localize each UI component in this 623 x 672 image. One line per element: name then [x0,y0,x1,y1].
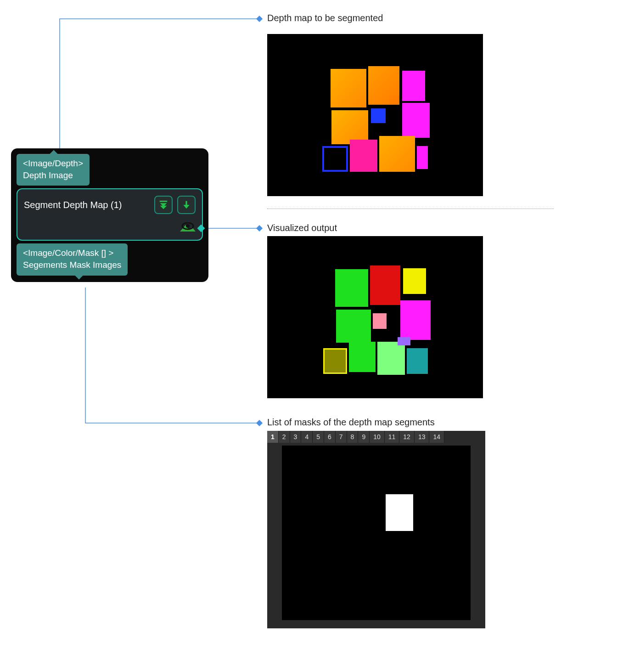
step-one-icon[interactable] [177,196,196,214]
mask-tab[interactable]: 9 [358,431,370,443]
svg-rect-1 [256,225,263,232]
mask-tab[interactable]: 2 [279,431,290,443]
visualize-connector [197,225,205,232]
mask-tab[interactable]: 11 [385,431,400,443]
mask-tab[interactable]: 4 [301,431,313,443]
svg-rect-2 [256,420,263,426]
svg-rect-0 [256,16,263,22]
input-port-name: Depth Image [23,169,83,181]
mask-tab[interactable]: 3 [290,431,302,443]
node-body: Segment Depth Map (1) [17,188,203,241]
visualize-icon[interactable] [180,222,196,234]
mask-tab[interactable]: 13 [415,431,430,443]
svg-point-6 [186,224,190,228]
input-port-type: <Image/Depth> [23,158,83,169]
mask-tab[interactable]: 1 [267,431,279,443]
mask-list-panel: 1234567891011121314 [267,431,485,628]
output-port-type: <Image/Color/Mask [] > [23,247,121,259]
mask-tab[interactable]: 5 [313,431,324,443]
diagram-canvas: Depth map to be segmented Visualized out… [0,0,623,672]
callout-vis-title: Visualized output [267,223,337,233]
svg-rect-3 [160,201,168,202]
mask-tab[interactable]: 6 [324,431,336,443]
node-title: Segment Depth Map (1) [24,200,150,210]
input-port[interactable]: <Image/Depth> Depth Image [17,154,90,186]
output-port-name: Segements Mask Images [23,259,121,271]
visualized-output-preview [267,236,483,398]
segment-depth-node[interactable]: <Image/Depth> Depth Image Segment Depth … [11,148,208,282]
mask-tab[interactable]: 8 [347,431,359,443]
mask-preview [282,446,471,620]
depth-map-preview [267,34,483,196]
mask-tab-strip: 1234567891011121314 [267,431,485,443]
mask-tab[interactable]: 10 [370,431,385,443]
mask-segment-shape [386,494,413,531]
callout-masks-title: List of masks of the depth map segments [267,417,435,428]
mask-tab[interactable]: 7 [336,431,347,443]
step-all-icon[interactable] [154,196,173,214]
output-port[interactable]: <Image/Color/Mask [] > Segements Mask Im… [17,243,128,275]
callout-depth-title: Depth map to be segmented [267,13,383,23]
section-divider [267,209,554,209]
mask-tab[interactable]: 12 [399,431,415,443]
mask-tab[interactable]: 14 [429,431,444,443]
